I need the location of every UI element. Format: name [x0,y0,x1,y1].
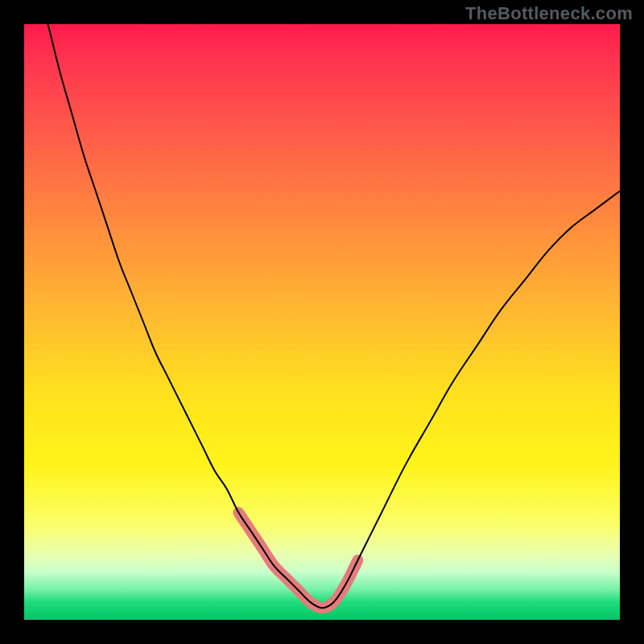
curve-layer [24,24,620,620]
plot-area [24,24,620,620]
watermark-text: TheBottleneck.com [465,3,633,24]
chart-frame: TheBottleneck.com [0,0,644,644]
bottleneck-curve [48,24,620,608]
